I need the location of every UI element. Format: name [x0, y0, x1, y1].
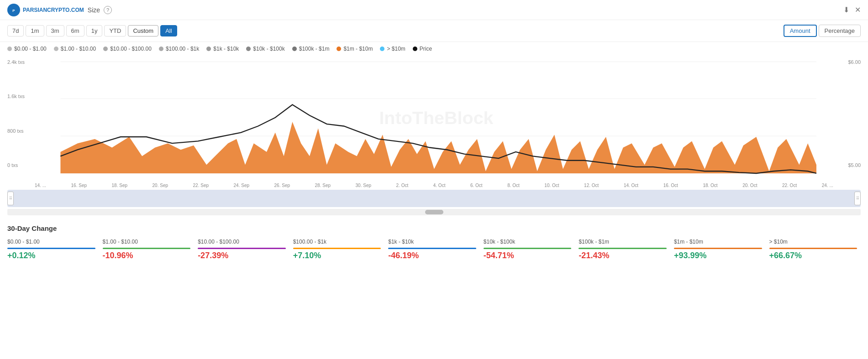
x-label-18: 20. Oct [742, 183, 757, 188]
stat-value-5: -54.71% [484, 251, 572, 260]
legend-dot-2 [103, 47, 108, 51]
time-1y[interactable]: 1y [86, 25, 103, 36]
legend-label-4: $1k - $10k [213, 46, 239, 52]
x-label-9: 2. Oct [396, 183, 409, 188]
x-label-0: 14. ... [35, 183, 46, 188]
stat-bar-5 [484, 248, 572, 249]
legend-item-1: $1.00 - $10.00 [54, 46, 96, 52]
stat-item-8: > $10m +66.67% [766, 239, 861, 260]
legend-label-1: $1.00 - $10.00 [61, 46, 96, 52]
stat-item-0: $0.00 - $1.00 +0.12% [7, 239, 99, 260]
stat-bar-6 [579, 248, 667, 249]
legend-item-7: $1m - $10m [337, 46, 373, 52]
stat-label-4: $1k - $10k [388, 239, 476, 245]
toolbar: 7d 1m 3m 6m 1y YTD Custom All Amount Per… [0, 20, 868, 42]
time-6m[interactable]: 6m [66, 25, 84, 36]
stat-bar-0 [7, 248, 95, 249]
legend-dot-7 [337, 47, 341, 51]
x-axis: 14. ... 16. Sep 18. Sep 20. Sep 22. Sep … [7, 182, 861, 188]
x-label-4: 22. Sep [193, 183, 209, 188]
view-percentage[interactable]: Percentage [819, 25, 861, 37]
logo-circle: P [7, 4, 20, 16]
legend-label-8: > $10m [387, 46, 405, 52]
stat-bar-4 [388, 248, 476, 249]
legend-label-9: Price [420, 46, 432, 52]
stat-value-1: -10.96% [103, 251, 191, 260]
top-bar: P PARSIANCRYPTO.COM Size ? ⬇ ✕ [0, 0, 868, 20]
view-amount[interactable]: Amount [784, 25, 817, 37]
legend-item-9: Price [413, 46, 432, 52]
stat-value-3: +7.10% [293, 251, 381, 260]
legend-dot-4 [206, 47, 211, 51]
x-label-5: 24. Sep [234, 183, 249, 188]
stat-item-2: $10.00 - $100.00 -27.39% [194, 239, 289, 260]
time-3m[interactable]: 3m [46, 25, 64, 36]
stat-label-2: $10.00 - $100.00 [198, 239, 286, 245]
legend-dot-6 [292, 47, 297, 51]
stat-label-5: $10k - $100k [484, 239, 572, 245]
legend-label-5: $10k - $100k [253, 46, 284, 52]
x-label-8: 30. Sep [356, 183, 371, 188]
close-button[interactable]: ✕ [855, 5, 861, 14]
stats-grid: $0.00 - $1.00 +0.12% $1.00 - $10.00 -10.… [7, 239, 861, 260]
stat-item-4: $1k - $10k -46.19% [384, 239, 480, 260]
stats-section: 30-Day Change $0.00 - $1.00 +0.12% $1.00… [0, 215, 868, 270]
time-7d[interactable]: 7d [7, 25, 24, 36]
legend-item-8: > $10m [380, 46, 405, 52]
top-bar-right: ⬇ ✕ [843, 5, 861, 14]
svg-text:P: P [12, 9, 15, 13]
scrollbar-area[interactable] [7, 209, 861, 215]
time-all[interactable]: All [160, 25, 177, 36]
legend-dot-0 [7, 47, 12, 51]
download-button[interactable]: ⬇ [843, 5, 849, 14]
stat-label-3: $100.00 - $1k [293, 239, 381, 245]
x-label-12: 8. Oct [507, 183, 520, 188]
range-slider[interactable]: ⠿ ⠿ [7, 190, 861, 207]
x-label-15: 14. Oct [624, 183, 638, 188]
x-label-2: 18. Sep [112, 183, 127, 188]
stat-value-7: +93.99% [674, 251, 762, 260]
legend-label-7: $1m - $10m [343, 46, 373, 52]
legend-item-4: $1k - $10k [206, 46, 239, 52]
time-ytd[interactable]: YTD [104, 25, 126, 36]
legend-item-3: $100.00 - $1k [159, 46, 199, 52]
x-label-7: 28. Sep [315, 183, 331, 188]
stat-bar-7 [674, 248, 762, 249]
top-bar-left: P PARSIANCRYPTO.COM Size ? [7, 4, 112, 16]
legend-label-0: $0.00 - $1.00 [14, 46, 47, 52]
range-handle-right[interactable]: ⠿ [854, 192, 861, 205]
x-label-14: 12. Oct [584, 183, 599, 188]
help-icon[interactable]: ? [104, 6, 112, 14]
legend: $0.00 - $1.00 $1.00 - $10.00 $10.00 - $1… [0, 42, 868, 56]
range-handle-left[interactable]: ⠿ [7, 192, 14, 205]
stat-item-1: $1.00 - $10.00 -10.96% [99, 239, 195, 260]
scrollbar-thumb[interactable] [425, 210, 443, 214]
x-label-17: 18. Oct [703, 183, 717, 188]
stat-label-8: > $10m [769, 239, 857, 245]
stat-label-1: $1.00 - $10.00 [103, 239, 191, 245]
stat-item-7: $1m - $10m +93.99% [670, 239, 766, 260]
stat-bar-2 [198, 248, 286, 249]
x-label-11: 6. Oct [470, 183, 483, 188]
x-label-20: 24. ... [822, 183, 833, 188]
legend-item-0: $0.00 - $1.00 [7, 46, 47, 52]
stat-label-0: $0.00 - $1.00 [7, 239, 95, 245]
x-label-16: 16. Oct [663, 183, 678, 188]
stat-label-6: $100k - $1m [579, 239, 667, 245]
legend-dot-3 [159, 47, 163, 51]
legend-dot-1 [54, 47, 58, 51]
time-1m[interactable]: 1m [26, 25, 44, 36]
svg-text:IntoTheBlock: IntoTheBlock [379, 108, 493, 128]
x-label-3: 20. Sep [153, 183, 168, 188]
chart-area: 2.4k txs 1.6k txs 800 txs 0 txs $6.00 $5… [0, 57, 868, 188]
x-label-13: 10. Oct [544, 183, 559, 188]
x-label-6: 26. Sep [274, 183, 290, 188]
legend-dot-8 [380, 47, 384, 51]
time-custom[interactable]: Custom [128, 25, 158, 36]
x-label-1: 16. Sep [71, 183, 87, 188]
stat-value-6: -21.43% [579, 251, 667, 260]
stat-item-5: $10k - $100k -54.71% [480, 239, 575, 260]
stat-label-7: $1m - $10m [674, 239, 762, 245]
legend-label-3: $100.00 - $1k [166, 46, 199, 52]
x-label-10: 4. Oct [433, 183, 446, 188]
